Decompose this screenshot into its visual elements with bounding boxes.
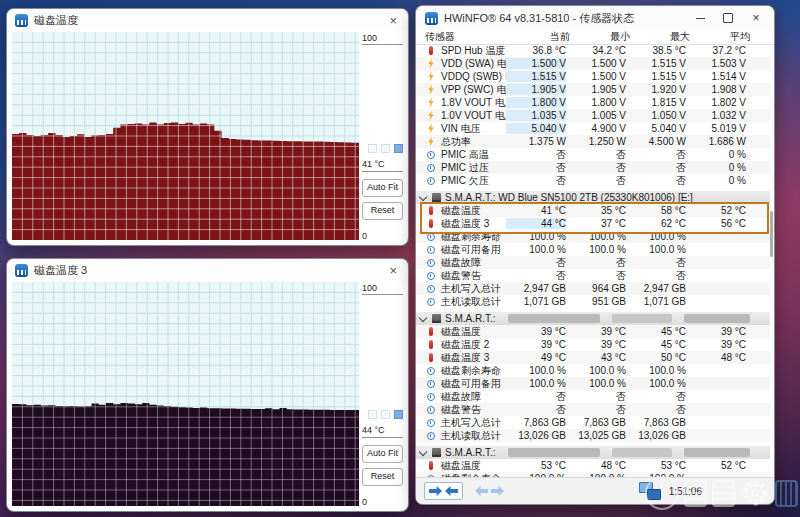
close-icon[interactable]: × bbox=[386, 14, 400, 27]
sensor-row[interactable]: 总功率1.375 W1.250 W4.500 W1.686 W bbox=[416, 135, 770, 148]
avg-value: 1.802 V bbox=[686, 97, 746, 108]
sensor-row[interactable]: VDD (SWA) 电压1.500 V1.500 V1.515 V1.503 V bbox=[416, 57, 770, 70]
minimize-button[interactable] bbox=[686, 7, 714, 29]
sensor-row[interactable]: VIN 电压5.040 V4.900 V5.040 V5.019 V bbox=[416, 122, 770, 135]
max-value: 53 °C bbox=[626, 460, 686, 471]
sensor-row[interactable]: 磁盘剩余寿命100.0 %100.0 %100.0 % bbox=[416, 364, 770, 377]
current-value: 53 °C bbox=[506, 460, 566, 471]
auto-fit-button[interactable]: Auto Fit bbox=[362, 445, 403, 463]
sensor-row[interactable]: 磁盘温度 349 °C43 °C50 °C48 °C bbox=[416, 351, 770, 364]
thermometer-icon bbox=[429, 206, 433, 215]
graph-side-panel: 100 41 °C Auto Fit Reset 0 bbox=[360, 32, 405, 242]
sensor-row[interactable]: 磁盘警告否否否 bbox=[416, 269, 770, 282]
window-titlebar[interactable]: HWiNFO® 64 v8.31-5810 - 传感器状态 × bbox=[416, 6, 774, 30]
sensor-group-header[interactable]: S.M.A.R.T.: bbox=[416, 446, 770, 459]
y-axis-max-label: 100 bbox=[362, 33, 403, 45]
sensor-row[interactable]: 磁盘可用备用100.0 %100.0 %100.0 % bbox=[416, 377, 770, 390]
graph-titlebar[interactable]: 磁盘温度 × bbox=[7, 9, 408, 31]
sensor-row[interactable]: 磁盘可用备用100.0 %100.0 %100.0 % bbox=[416, 243, 770, 256]
max-value: 否 bbox=[626, 269, 686, 283]
avg-value: 39 °C bbox=[686, 326, 746, 337]
sensor-row[interactable]: 主机写入总计2,947 GB964 GB2,947 GB bbox=[416, 282, 770, 295]
clock-icon bbox=[427, 393, 435, 401]
sensor-row[interactable]: 磁盘故障否否否 bbox=[416, 390, 770, 403]
min-value: 39 °C bbox=[566, 326, 626, 337]
sensor-row[interactable]: 1.8V VOUT 电压1.800 V1.800 V1.815 V1.802 V bbox=[416, 96, 770, 109]
sensor-row[interactable]: 主机写入总计7,863 GB7,863 GB7,863 GB bbox=[416, 416, 770, 429]
sensor-row[interactable]: 磁盘温度 239 °C39 °C45 °C39 °C bbox=[416, 338, 770, 351]
sensor-label: VPP (SWC) 电压 bbox=[441, 83, 506, 97]
avg-value: 1.503 V bbox=[686, 58, 746, 69]
sensor-row[interactable]: 磁盘故障否否否 bbox=[416, 256, 770, 269]
sensor-group-header[interactable]: S.M.A.R.T.: bbox=[416, 312, 770, 325]
current-value: 否 bbox=[506, 174, 566, 188]
min-value: 34.2 °C bbox=[566, 45, 626, 56]
clock-icon bbox=[427, 367, 435, 375]
clock-icon bbox=[427, 406, 435, 414]
sensor-label: 磁盘可用备用 bbox=[441, 243, 501, 257]
avg-value: 0 % bbox=[686, 175, 746, 186]
reset-button[interactable]: Reset bbox=[362, 202, 403, 220]
min-value: 4.900 V bbox=[566, 123, 626, 134]
sensor-row[interactable]: 磁盘温度 344 °C37 °C62 °C56 °C bbox=[416, 217, 770, 230]
sensor-row[interactable]: 主机读取总计1,071 GB951 GB1,071 GB bbox=[416, 295, 770, 308]
sensor-row[interactable]: 磁盘温度41 °C35 °C58 °C52 °C bbox=[416, 204, 770, 217]
sensor-group-header[interactable]: S.M.A.R.T.: WD Blue SN5100 2TB (25330K80… bbox=[416, 191, 770, 204]
close-button[interactable]: × bbox=[742, 7, 770, 29]
current-value: 否 bbox=[506, 161, 566, 175]
redacted-block bbox=[612, 448, 672, 457]
auto-fit-button[interactable]: Auto Fit bbox=[362, 179, 403, 197]
reset-button[interactable]: Reset bbox=[362, 468, 403, 486]
clock-icon bbox=[427, 246, 435, 254]
scrollbar-thumb[interactable] bbox=[770, 211, 773, 257]
sensor-row[interactable]: PMIC 高温否否否0 % bbox=[416, 148, 770, 161]
max-value: 38.5 °C bbox=[626, 45, 686, 56]
sensor-row[interactable]: SPD Hub 温度36.8 °C34.2 °C38.5 °C37.2 °C bbox=[416, 44, 770, 57]
sensor-row[interactable]: 磁盘剩余寿命100.0 %100.0 %100.0 % bbox=[416, 230, 770, 243]
sensor-row[interactable]: 磁盘警告否否否 bbox=[416, 403, 770, 416]
graph-zoom-out-button[interactable] bbox=[368, 144, 377, 153]
hwinfo-app-icon bbox=[15, 14, 28, 27]
min-value: 否 bbox=[566, 403, 626, 417]
sensor-label: 磁盘温度 3 bbox=[441, 351, 489, 365]
max-value: 否 bbox=[626, 390, 686, 404]
min-value: 100.0 % bbox=[566, 244, 626, 255]
close-icon[interactable]: × bbox=[386, 264, 400, 277]
sensor-label: 磁盘剩余寿命 bbox=[441, 230, 501, 244]
current-value: 36.8 °C bbox=[506, 45, 566, 56]
avg-value: 1.686 W bbox=[686, 136, 746, 147]
sensor-label: 磁盘剩余寿命 bbox=[441, 364, 501, 378]
sensor-row[interactable]: VPP (SWC) 电压1.905 V1.905 V1.920 V1.908 V bbox=[416, 83, 770, 96]
sensor-row[interactable]: PMIC 过压否否否0 % bbox=[416, 161, 770, 174]
nav-arrows-secondary[interactable] bbox=[471, 483, 508, 499]
column-max: 最大 bbox=[630, 30, 690, 44]
sensor-row[interactable]: PMIC 欠压否否否0 % bbox=[416, 174, 770, 187]
maximize-button[interactable] bbox=[714, 7, 742, 29]
graph-zoom-in-button[interactable] bbox=[381, 144, 390, 153]
graph-zoom-in-button[interactable] bbox=[381, 410, 390, 419]
sensor-row[interactable]: 主机读取总计13,026 GB13,025 GB13,026 GB bbox=[416, 429, 770, 442]
graph-color-button[interactable] bbox=[394, 144, 403, 153]
remote-monitoring-icon[interactable] bbox=[639, 481, 661, 501]
sensor-label: PMIC 过压 bbox=[441, 161, 489, 175]
graph-titlebar[interactable]: 磁盘温度 3 × bbox=[7, 259, 408, 281]
sensor-row[interactable]: VDDQ (SWB) 电压1.515 V1.500 V1.515 V1.514 … bbox=[416, 70, 770, 83]
clock-icon bbox=[427, 272, 435, 280]
min-value: 1.500 V bbox=[566, 71, 626, 82]
current-value: 49 °C bbox=[506, 352, 566, 363]
sensor-label: 磁盘警告 bbox=[441, 269, 481, 283]
graph-zoom-out-button[interactable] bbox=[368, 410, 377, 419]
graph-color-button[interactable] bbox=[394, 410, 403, 419]
temp-graph-plot[interactable] bbox=[12, 32, 359, 240]
max-value: 100.0 % bbox=[626, 365, 686, 376]
thermometer-icon bbox=[429, 353, 433, 362]
sensor-row[interactable]: 1.0V VOUT 电压1.035 V1.005 V1.050 V1.032 V bbox=[416, 109, 770, 122]
min-value: 1.250 W bbox=[566, 136, 626, 147]
nav-arrows-button[interactable] bbox=[424, 482, 463, 500]
y-axis-max-label: 100 bbox=[362, 283, 403, 295]
temp-graph-plot[interactable] bbox=[12, 282, 359, 506]
sensor-row[interactable]: 磁盘温度53 °C48 °C53 °C52 °C bbox=[416, 459, 770, 472]
column-header-row: 传感器 当前 最小 最大 平均 bbox=[416, 30, 774, 45]
sensor-label: VDDQ (SWB) 电压 bbox=[441, 70, 506, 84]
sensor-row[interactable]: 磁盘温度39 °C39 °C45 °C39 °C bbox=[416, 325, 770, 338]
